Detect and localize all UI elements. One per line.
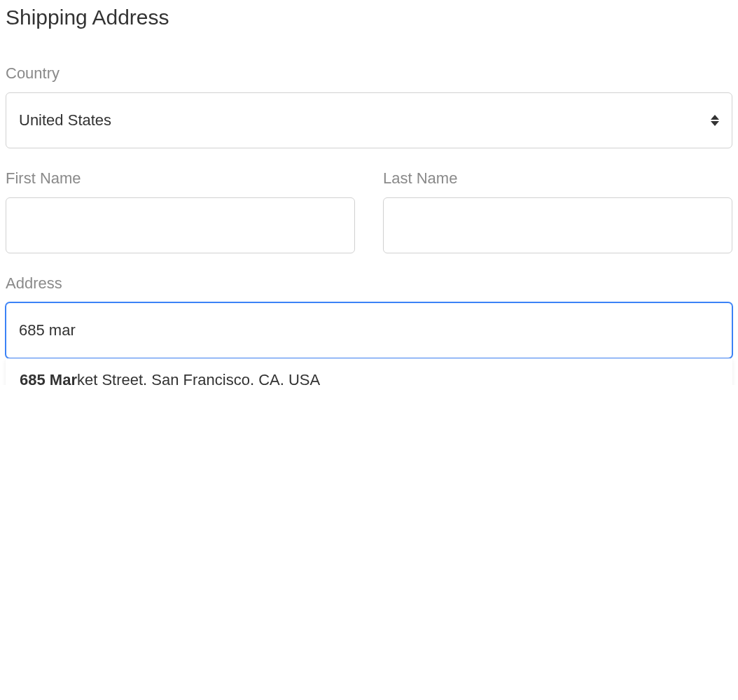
country-label: Country: [6, 64, 732, 83]
first-name-label: First Name: [6, 169, 355, 188]
last-name-label: Last Name: [383, 169, 732, 188]
select-sort-icon: [711, 113, 719, 127]
address-autocomplete-dropdown: 685 Market Street, San Francisco, CA, US…: [6, 358, 732, 385]
last-name-input[interactable]: [383, 197, 732, 253]
section-title: Shipping Address: [6, 6, 732, 29]
country-select[interactable]: United States: [6, 92, 732, 148]
address-input[interactable]: [6, 302, 732, 358]
country-field: Country United States: [6, 64, 732, 148]
address-label: Address: [6, 274, 732, 293]
country-value: United States: [19, 111, 111, 130]
first-name-field: First Name: [6, 169, 355, 253]
autocomplete-suggestion[interactable]: 685 Market Street, San Francisco, CA, US…: [6, 358, 732, 385]
address-field: Address 685 Market Street, San Francisco…: [6, 274, 732, 358]
last-name-field: Last Name: [383, 169, 732, 253]
first-name-input[interactable]: [6, 197, 355, 253]
